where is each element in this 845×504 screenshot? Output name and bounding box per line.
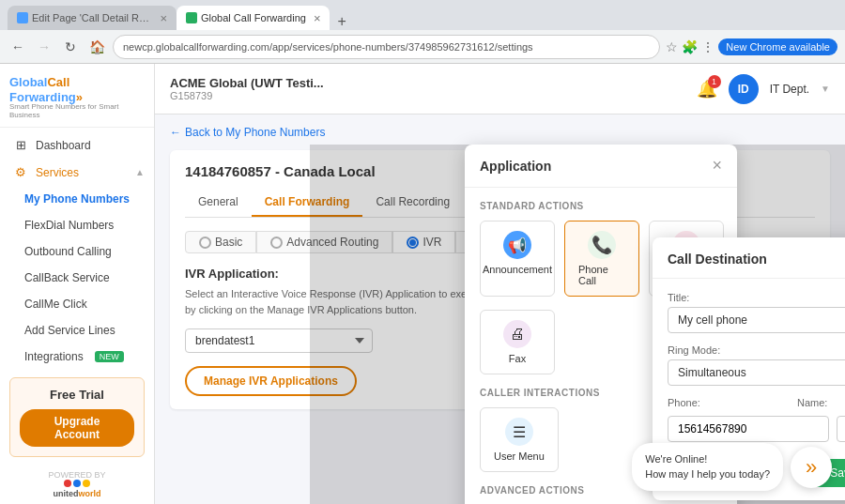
- topbar-title: ACME Global (UWT Testi... G158739: [170, 76, 685, 101]
- logo-subtitle: Smart Phone Numbers for Smart Business: [9, 102, 145, 119]
- new-badge: NEW: [95, 351, 124, 362]
- powered-by: POWERED BY unitedworld: [0, 465, 154, 504]
- app-body: GlobalCall Forwarding» Smart Phone Numbe…: [0, 64, 845, 504]
- browser-actions: ☆ 🧩 ⋮ New Chrome available: [666, 38, 837, 55]
- upgrade-button[interactable]: Upgrade Account: [20, 409, 134, 447]
- topbar-icons: 🔔 1 ID IT Dept. ▼: [697, 74, 830, 104]
- phone-name-row: Phone: Name: Add: [668, 397, 845, 442]
- ring-mode-select[interactable]: Simultaneous: [668, 359, 845, 386]
- reload-button[interactable]: ↻: [60, 37, 81, 57]
- title-field-label: Title:: [668, 292, 845, 303]
- forward-button[interactable]: →: [34, 37, 54, 57]
- phonecall-icon: 📞: [588, 231, 616, 259]
- main-wrapper: ACME Global (UWT Testi... G158739 🔔 1 ID…: [155, 64, 845, 504]
- radio-advanced[interactable]: [270, 237, 283, 249]
- name-label: Name:: [797, 397, 845, 408]
- chat-button[interactable]: »: [791, 447, 832, 488]
- topbar: ACME Global (UWT Testi... G158739 🔔 1 ID…: [155, 64, 845, 115]
- tab-close-2[interactable]: ×: [314, 11, 321, 25]
- new-tab-button[interactable]: +: [330, 13, 353, 30]
- chat-widget: We're Online! How may I help you today? …: [632, 443, 832, 491]
- logo-text: GlobalCall Forwarding»: [9, 75, 83, 104]
- sidebar-item-integrations[interactable]: Integrations NEW: [0, 344, 154, 370]
- tab-gcf[interactable]: Global Call Forwarding ×: [177, 6, 330, 30]
- title-input[interactable]: [668, 307, 845, 333]
- sidebar-item-phone-numbers[interactable]: My Phone Numbers: [0, 186, 154, 212]
- title-field-row: Title:: [668, 292, 845, 333]
- chat-line1: We're Online!: [645, 452, 770, 466]
- sidebar-item-callme[interactable]: CallMe Click: [0, 291, 154, 317]
- sidebar: GlobalCall Forwarding» Smart Phone Numbe…: [0, 64, 155, 504]
- phone-name-inputs: Add: [668, 416, 845, 442]
- tab-close-1[interactable]: ×: [160, 11, 167, 25]
- uw-logo: unitedworld: [6, 480, 148, 498]
- user-menu-icon: ☰: [505, 418, 533, 446]
- application-panel-close[interactable]: ×: [712, 156, 722, 176]
- notification-badge: 1: [708, 75, 721, 88]
- action-phone-call[interactable]: 📞 Phone Call: [564, 221, 639, 297]
- application-panel-header: Application ×: [465, 145, 737, 188]
- topbar-account: G158739: [170, 90, 685, 101]
- sidebar-item-services[interactable]: ⚙ Services ▲: [0, 159, 154, 186]
- browser-bar: ← → ↻ 🏠 newcp.globalcallforwarding.com/a…: [0, 30, 845, 64]
- free-trial-label: Free Trial: [20, 388, 134, 402]
- phone-label: Phone:: [668, 397, 790, 408]
- chat-bubble: We're Online! How may I help you today?: [632, 443, 783, 491]
- menu-icon[interactable]: ⋮: [701, 39, 714, 54]
- services-chevron: ▲: [135, 167, 145, 177]
- url-bar[interactable]: newcp.globalcallforwarding.com/app/servi…: [113, 35, 660, 59]
- free-trial-box: Free Trial Upgrade Account: [9, 377, 145, 457]
- tab-favicon-1: [17, 12, 28, 23]
- url-text: newcp.globalcallforwarding.com/app/servi…: [123, 41, 533, 53]
- tab-favicon-2: [186, 12, 197, 23]
- dashboard-icon: ⊞: [13, 138, 28, 152]
- sidebar-item-callback[interactable]: CallBack Service: [0, 265, 154, 291]
- services-icon: ⚙: [13, 165, 28, 179]
- sidebar-logo: GlobalCall Forwarding» Smart Phone Numbe…: [0, 64, 154, 128]
- standard-actions-label: STANDARD ACTIONS: [480, 201, 722, 211]
- subtab-basic[interactable]: Basic: [185, 231, 256, 253]
- tab-general[interactable]: General: [185, 189, 252, 217]
- fax-icon: 🖨: [503, 320, 531, 348]
- dest-title: Call Destination: [668, 252, 767, 267]
- action-fax[interactable]: 🖨 Fax: [480, 310, 555, 374]
- home-button[interactable]: 🏠: [86, 37, 107, 57]
- bookmark-icon[interactable]: ☆: [666, 39, 678, 54]
- sidebar-item-flexdial[interactable]: FlexDial Numbers: [0, 212, 154, 238]
- ring-mode-label: Ring Mode:: [668, 344, 845, 356]
- sidebar-nav: ⊞ Dashboard ⚙ Services ▲ My Phone Number…: [0, 128, 154, 370]
- action-announcement[interactable]: 📢 Announcement: [480, 221, 555, 297]
- browser-chrome: Edit Page 'Call Detail Records' × Global…: [0, 0, 845, 64]
- name-input[interactable]: [837, 416, 845, 442]
- topbar-company: ACME Global (UWT Testi...: [170, 76, 685, 90]
- ring-mode-row: Ring Mode: Simultaneous: [668, 344, 845, 386]
- chat-arrow-icon: »: [806, 455, 817, 480]
- notification-wrapper[interactable]: 🔔 1: [697, 79, 717, 99]
- action-user-menu[interactable]: ☰ User Menu: [480, 407, 559, 472]
- application-panel-title: Application: [480, 159, 551, 174]
- back-link[interactable]: ← Back to My Phone Numbers: [170, 126, 830, 139]
- radio-basic[interactable]: [199, 237, 211, 249]
- sidebar-item-outbound[interactable]: Outbound Calling: [0, 238, 154, 265]
- phone-input[interactable]: [668, 416, 829, 442]
- dest-header: Call Destination ×: [653, 237, 845, 279]
- dept-chevron[interactable]: ▼: [821, 84, 830, 94]
- new-chrome-button[interactable]: New Chrome available: [718, 38, 837, 55]
- tab-label-1: Edit Page 'Call Detail Records': [32, 12, 152, 23]
- chat-line2: How may I help you today?: [645, 467, 770, 481]
- avatar[interactable]: ID: [729, 74, 759, 104]
- browser-tabs: Edit Page 'Call Detail Records' × Global…: [0, 0, 845, 30]
- sidebar-item-service-lines[interactable]: Add Service Lines: [0, 317, 154, 344]
- back-button[interactable]: ←: [8, 37, 28, 57]
- sidebar-item-dashboard[interactable]: ⊞ Dashboard: [0, 131, 154, 159]
- extensions-icon[interactable]: 🧩: [682, 39, 698, 54]
- back-arrow-icon: ←: [170, 126, 181, 139]
- tab-edit-page[interactable]: Edit Page 'Call Detail Records' ×: [8, 6, 177, 30]
- dept-label: IT Dept.: [770, 83, 809, 96]
- announcement-icon: 📢: [503, 231, 531, 259]
- tab-label-2: Global Call Forwarding: [201, 12, 306, 23]
